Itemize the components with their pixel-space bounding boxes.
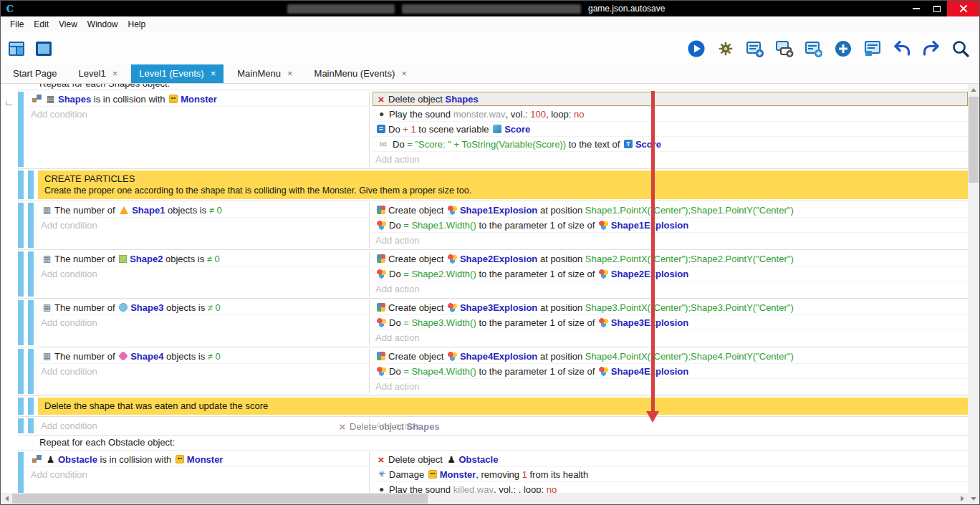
actions-column: Create object Shape1Explosion at positio… xyxy=(370,203,968,248)
action-line[interactable]: Do = Shape2.Width() to the parameter 1 o… xyxy=(373,266,968,282)
menu-file[interactable]: File xyxy=(5,16,29,32)
maximize-button[interactable] xyxy=(926,1,947,16)
action-line[interactable]: Create object Shape1Explosion at positio… xyxy=(373,203,968,218)
redacted-text-region xyxy=(402,4,581,14)
text-segment: = Shape4.Width() xyxy=(403,366,476,377)
comment-event[interactable]: CREATE PARTICLESCreate the proper one ac… xyxy=(18,169,968,201)
action-line[interactable]: ×Delete object ♟Obstacle xyxy=(373,452,968,467)
tab-mainmenu-events[interactable]: MainMenu (Events)× xyxy=(307,64,415,83)
add-action-button[interactable]: Add action xyxy=(373,418,968,433)
condition-line[interactable]: ▦The number of Shape2 objects is ≠ 0 xyxy=(38,251,368,266)
maximize-icon xyxy=(933,6,941,12)
tab-close-icon[interactable]: × xyxy=(112,64,118,83)
project-manager-button[interactable] xyxy=(6,39,27,59)
scroll-left-arrow[interactable] xyxy=(1,493,12,504)
action-line[interactable]: Create object Shape2Explosion at positio… xyxy=(373,251,968,266)
add-condition-button[interactable]: Add condition xyxy=(38,418,368,433)
add-more-events-button[interactable] xyxy=(833,39,853,59)
add-action-button[interactable]: Add action xyxy=(373,233,968,248)
play-button[interactable] xyxy=(686,39,706,59)
text-segment: objects is xyxy=(163,254,206,264)
vertical-scrollbar[interactable] xyxy=(968,84,979,504)
horizontal-scrollbar[interactable] xyxy=(1,493,968,504)
tab-level1[interactable]: Level1× xyxy=(70,64,125,83)
conditions-column: ▦The number of Shape3 objects is ≠ 0Add … xyxy=(38,300,370,345)
event-row[interactable]: ♟Obstacle is in collision with MonsterAd… xyxy=(18,451,968,494)
event-row[interactable]: ▦The number of Shape2 objects is ≠ 0Add … xyxy=(18,250,968,299)
add-action-button[interactable]: Add action xyxy=(373,379,968,394)
start-page-button[interactable] xyxy=(34,39,54,59)
text-segment: Create object xyxy=(388,205,446,216)
tab-level1-events[interactable]: Level1 (Events)× xyxy=(131,64,224,83)
text-segment: Add condition xyxy=(31,469,87,480)
close-button[interactable] xyxy=(947,1,979,16)
add-subevent-button[interactable] xyxy=(774,39,794,59)
indent-rail xyxy=(28,398,34,415)
tab-mainmenu[interactable]: MainMenu× xyxy=(229,64,300,83)
horizontal-scroll-thumb[interactable] xyxy=(12,494,428,504)
add-action-button[interactable]: Add action xyxy=(373,330,968,345)
add-condition-button[interactable]: Add condition xyxy=(38,266,368,282)
action-line[interactable]: Create object Shape3Explosion at positio… xyxy=(373,300,968,315)
comment-event[interactable]: Delete the shape that was eaten and upda… xyxy=(18,396,968,417)
text-segment: Obstacle xyxy=(459,454,499,465)
event-row[interactable]: ▦Shapes is in collision with MonsterAdd … xyxy=(18,90,968,169)
menu-window[interactable]: Window xyxy=(82,16,123,32)
tab-close-icon[interactable]: × xyxy=(401,64,407,83)
action-line[interactable]: txtDo = "Score: " + ToString(Variable(Sc… xyxy=(373,137,968,152)
indent-rail xyxy=(18,300,24,345)
action-line[interactable]: Create object Shape4Explosion at positio… xyxy=(373,349,968,364)
add-condition-button[interactable]: Add condition xyxy=(28,107,368,122)
debugger-button[interactable] xyxy=(716,39,736,59)
menu-help[interactable]: Help xyxy=(123,16,151,32)
repeat-event-header[interactable]: Repeat for each Obstacle object: xyxy=(18,436,968,451)
action-line[interactable]: ✳Damage Monster, removing 1 from its hea… xyxy=(373,467,968,482)
action-line[interactable]: ●Play the sound monster.wav, vol.: 100, … xyxy=(373,107,968,122)
collapse-marker[interactable] xyxy=(6,101,12,105)
undo-button[interactable] xyxy=(892,39,912,59)
condition-line[interactable]: ▦The number of Shape4 objects is ≠ 0 xyxy=(38,349,368,364)
tab-start-page[interactable]: Start Page xyxy=(5,64,64,83)
action-line[interactable]: Do = Shape4.Width() to the parameter 1 o… xyxy=(373,364,968,379)
condition-line[interactable]: ▦The number of Shape3 objects is ≠ 0 xyxy=(38,300,368,315)
scroll-up-arrow[interactable] xyxy=(968,84,979,95)
action-line[interactable]: Do = Shape3.Width() to the parameter 1 o… xyxy=(373,315,968,330)
event-row[interactable]: Add conditionAdd action×Delete object Sh… xyxy=(18,417,968,436)
tab-close-icon[interactable]: × xyxy=(211,64,216,83)
start-page-icon xyxy=(34,39,53,58)
redo-button[interactable] xyxy=(921,39,941,59)
menu-edit[interactable]: Edit xyxy=(29,16,54,32)
add-action-button[interactable]: Add action xyxy=(373,152,968,167)
text-segment: Score xyxy=(504,124,530,135)
menu-view[interactable]: View xyxy=(54,16,82,32)
toggle-disabled-button[interactable] xyxy=(863,39,883,59)
action-line[interactable]: ×Delete object Shapes xyxy=(373,92,968,107)
condition-line[interactable]: ▦Shapes is in collision with Monster xyxy=(28,92,368,107)
repeat-header-text: Repeat for each Obstacle object: xyxy=(18,436,968,450)
add-comment-button[interactable] xyxy=(804,39,824,59)
text-segment: is in collision with xyxy=(91,94,168,105)
search-button[interactable] xyxy=(951,39,971,59)
scroll-right-arrow[interactable] xyxy=(956,493,968,504)
scroll-down-arrow[interactable] xyxy=(968,493,979,504)
add-condition-button[interactable]: Add condition xyxy=(28,467,368,482)
repeat-event-header[interactable]: Repeat for each Shapes object: xyxy=(18,84,968,90)
text-segment: Add action xyxy=(375,381,419,392)
add-action-button[interactable]: Add action xyxy=(373,282,968,297)
add-condition-button[interactable]: Add condition xyxy=(38,364,368,379)
action-line[interactable]: Do = Shape1.Width() to the parameter 1 o… xyxy=(373,218,968,233)
add-condition-button[interactable]: Add condition xyxy=(38,218,368,233)
minimize-button[interactable] xyxy=(905,1,926,16)
event-row[interactable]: ▦The number of Shape1 objects is ≠ 0Add … xyxy=(18,201,968,250)
event-row[interactable]: ▦The number of Shape3 objects is ≠ 0Add … xyxy=(18,299,968,347)
event-row[interactable]: ▦The number of Shape4 objects is ≠ 0Add … xyxy=(18,347,968,396)
action-line[interactable]: =Do + 1 to scene variable Score xyxy=(373,122,968,137)
tab-close-icon[interactable]: × xyxy=(287,64,293,83)
text-segment: Shape2 xyxy=(130,254,163,264)
add-condition-button[interactable]: Add condition xyxy=(38,315,368,330)
condition-line[interactable]: ▦The number of Shape1 objects is ≠ 0 xyxy=(38,203,368,218)
condition-line[interactable]: ♟Obstacle is in collision with Monster xyxy=(28,452,368,467)
add-event-button[interactable] xyxy=(745,39,765,59)
vertical-scroll-thumb[interactable] xyxy=(969,97,979,183)
text-segment: Monster xyxy=(181,94,217,105)
